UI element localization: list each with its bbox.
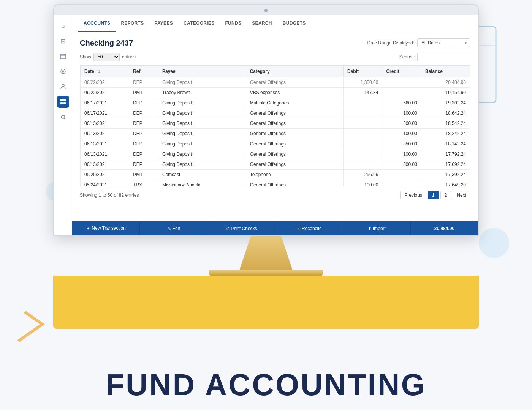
- balance-button[interactable]: 20,484.90: [411, 221, 478, 235]
- sidebar: ⌂ ⊞: [54, 15, 72, 235]
- page-2-button[interactable]: 2: [440, 191, 451, 199]
- cell-payee: Giving Deposit: [158, 118, 246, 129]
- cell-balance: 17,649.20: [421, 180, 470, 187]
- search-label: Search:: [399, 54, 415, 60]
- nav-reports[interactable]: REPORTS: [116, 15, 149, 32]
- cell-credit: [382, 170, 421, 180]
- col-header-date[interactable]: Date ⇅: [81, 66, 129, 77]
- monitor: ⌂ ⊞: [53, 4, 479, 329]
- cell-payee: Missionary: Angela: [158, 180, 246, 187]
- cell-balance: 19,154.90: [421, 88, 470, 98]
- table-row[interactable]: 06/17/2021 DEP Giving Deposit General Of…: [81, 108, 470, 118]
- import-button[interactable]: ⬆ Import: [343, 221, 411, 235]
- cell-ref: DEP: [129, 139, 158, 149]
- entries-select[interactable]: 10 25 50 100: [93, 53, 120, 61]
- sidebar-icon-calendar[interactable]: [57, 50, 69, 62]
- cell-payee: Comcast: [158, 170, 246, 180]
- search-input[interactable]: [417, 53, 470, 61]
- cell-date: 05/24/2021: [81, 180, 129, 187]
- sidebar-icon-home[interactable]: ⌂: [57, 20, 69, 32]
- cell-credit: [382, 180, 421, 187]
- table-controls: Show 10 25 50 100 entries Search:: [80, 53, 470, 61]
- nav-funds[interactable]: FUNDS: [220, 15, 247, 32]
- cell-credit: 300.00: [382, 118, 421, 129]
- sidebar-icon-user[interactable]: [57, 80, 69, 93]
- col-header-ref: Ref: [129, 66, 158, 77]
- cell-payee: Giving Deposit: [158, 149, 246, 159]
- date-range-select[interactable]: All Dates This Month Last Month This Yea…: [417, 38, 470, 47]
- cell-balance: 17,392.24: [421, 170, 470, 180]
- monitor-stand-neck: [228, 236, 304, 270]
- table-row[interactable]: 05/24/2021 TRX Missionary: Angela Genera…: [81, 180, 470, 187]
- cell-ref: DEP: [129, 77, 158, 88]
- pagination-info: Showing 1 to 50 of 82 entries: [80, 192, 139, 198]
- cell-ref: DEP: [129, 159, 158, 170]
- print-checks-button[interactable]: 🖨 Print Checks: [207, 221, 275, 235]
- date-range-select-wrapper: All Dates This Month Last Month This Yea…: [417, 38, 470, 47]
- page-content: Checking 2437 Date Range Displayed: All …: [72, 32, 478, 221]
- monitor-dot: [264, 9, 268, 12]
- monitor-bottom-band: [53, 276, 479, 329]
- nav-accounts[interactable]: ACCOUNTS: [78, 15, 116, 32]
- cell-ref: DEP: [129, 129, 158, 139]
- pagination-controls: Previous 1 2 Next: [400, 191, 470, 199]
- new-transaction-button[interactable]: ＋ New Transaction: [72, 221, 140, 235]
- cell-category: General Offerings: [246, 129, 343, 139]
- table-row[interactable]: 06/13/2021 DEP Giving Deposit General Of…: [81, 139, 470, 149]
- monitor-top-bar: [54, 5, 478, 15]
- sidebar-icon-table[interactable]: [57, 96, 69, 108]
- table-row[interactable]: 06/13/2021 DEP Giving Deposit General Of…: [81, 118, 470, 129]
- edit-button[interactable]: ✎ Edit: [140, 221, 207, 235]
- sidebar-icon-chart[interactable]: [57, 65, 69, 77]
- cell-date: 06/13/2021: [81, 118, 129, 129]
- table-row[interactable]: 06/13/2021 DEP Giving Deposit General Of…: [81, 129, 470, 139]
- cell-debit: [343, 159, 382, 170]
- cell-debit: [343, 149, 382, 159]
- cell-credit: 350.00: [382, 139, 421, 149]
- date-range-control: Date Range Displayed: All Dates This Mon…: [367, 38, 470, 47]
- transactions-table: Date ⇅ Ref Payee Category Debit Credit B…: [80, 65, 470, 186]
- next-page-button[interactable]: Next: [453, 191, 470, 199]
- cell-category: General Offerings: [246, 108, 343, 118]
- sidebar-icon-grid[interactable]: ⊞: [57, 35, 69, 47]
- fund-accounting-title: FUND ACCOUNTING: [0, 367, 532, 402]
- svg-point-7: [62, 71, 64, 72]
- search-box: Search:: [399, 53, 470, 61]
- nav-categories[interactable]: CATEGORIES: [178, 15, 220, 32]
- action-bar: ＋ New Transaction ✎ Edit 🖨 Print Checks …: [72, 221, 478, 235]
- cell-date: 05/25/2021: [81, 170, 129, 180]
- cell-balance: 17,792.24: [421, 149, 470, 159]
- cell-debit: 256.96: [343, 170, 382, 180]
- svg-rect-10: [63, 99, 66, 101]
- reconcile-button[interactable]: ☑ Reconcile: [276, 221, 343, 235]
- table-row[interactable]: 06/17/2021 DEP Giving Deposit Multiple C…: [81, 98, 470, 108]
- top-nav: ACCOUNTS REPORTS PAYEES CATEGORIES FUNDS…: [72, 15, 478, 32]
- svg-point-8: [62, 84, 64, 87]
- pagination-area: Showing 1 to 50 of 82 entries Previous 1…: [80, 191, 470, 199]
- cell-payee: Giving Deposit: [158, 77, 246, 88]
- table-row[interactable]: 06/22/2021 DEP Giving Deposit General Of…: [81, 77, 470, 88]
- table-row[interactable]: 06/13/2021 DEP Giving Deposit General Of…: [81, 149, 470, 159]
- show-label: Show: [80, 54, 91, 60]
- date-range-label: Date Range Displayed:: [367, 40, 414, 46]
- table-row[interactable]: 05/25/2021 PMT Comcast Telephone 256.96 …: [81, 170, 470, 180]
- table-row[interactable]: 06/22/2021 PMT Tracey Brown VBS expenses…: [81, 88, 470, 98]
- page-1-button[interactable]: 1: [428, 191, 439, 199]
- sort-arrows-date: ⇅: [97, 69, 100, 74]
- cell-debit: 100.00: [343, 180, 382, 187]
- cell-payee: Giving Deposit: [158, 108, 246, 118]
- prev-page-button[interactable]: Previous: [400, 191, 426, 199]
- table-row[interactable]: 06/13/2021 DEP Giving Deposit General Of…: [81, 159, 470, 170]
- nav-search[interactable]: SEARCH: [247, 15, 277, 32]
- cell-payee: Tracey Brown: [158, 88, 246, 98]
- nav-payees[interactable]: PAYEES: [149, 15, 179, 32]
- cell-balance: 18,242.24: [421, 129, 470, 139]
- table-container: Date ⇅ Ref Payee Category Debit Credit B…: [80, 65, 470, 186]
- sidebar-icon-settings[interactable]: ⚙: [57, 111, 69, 123]
- page-header: Checking 2437 Date Range Displayed: All …: [80, 38, 470, 47]
- nav-budgets[interactable]: BUDGETS: [277, 15, 311, 32]
- cell-category: General Offerings: [246, 118, 343, 129]
- cell-date: 06/13/2021: [81, 139, 129, 149]
- cell-date: 06/17/2021: [81, 108, 129, 118]
- cell-balance: 17,692.24: [421, 159, 470, 170]
